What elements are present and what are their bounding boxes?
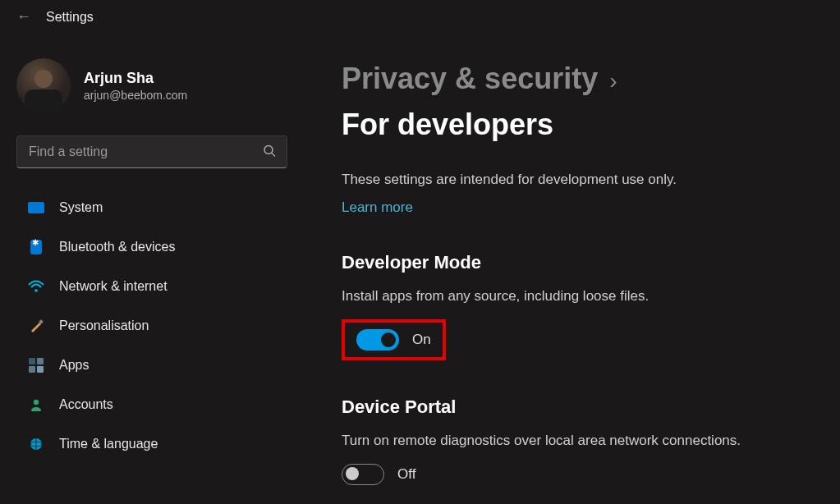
back-arrow-icon[interactable]: ← xyxy=(16,8,31,25)
avatar xyxy=(16,58,71,112)
sidebar-item-bluetooth[interactable]: Bluetooth & devices xyxy=(16,229,287,265)
learn-more-link[interactable]: Learn more xyxy=(342,199,413,216)
person-icon xyxy=(28,396,44,413)
sidebar-item-time-language[interactable]: Time & language xyxy=(16,426,287,462)
sidebar-item-label: Apps xyxy=(59,358,89,373)
toggle-knob xyxy=(346,467,359,480)
wifi-icon xyxy=(28,278,44,295)
profile-name: Arjun Sha xyxy=(84,70,187,87)
page-subtitle: These settings are intended for developm… xyxy=(342,172,791,188)
developer-mode-heading: Developer Mode xyxy=(342,252,791,273)
nav-list: System Bluetooth & devices Network & int… xyxy=(16,190,287,462)
main-content: Privacy & security › For developers Thes… xyxy=(304,34,840,504)
bluetooth-icon xyxy=(28,239,44,255)
paintbrush-icon xyxy=(28,318,44,334)
sidebar-item-label: Accounts xyxy=(59,397,113,412)
search-box xyxy=(16,135,287,168)
sidebar-item-personalisation[interactable]: Personalisation xyxy=(16,308,287,344)
svg-point-2 xyxy=(34,289,38,292)
device-portal-toggle-label: Off xyxy=(397,466,415,483)
breadcrumb-current: For developers xyxy=(342,108,553,142)
developer-mode-toggle-label: On xyxy=(412,332,431,348)
search-icon xyxy=(263,144,276,160)
apps-icon xyxy=(28,357,44,373)
sidebar-item-label: System xyxy=(59,200,103,215)
device-portal-heading: Device Portal xyxy=(342,396,791,418)
sidebar-item-network[interactable]: Network & internet xyxy=(16,268,287,305)
sidebar-item-accounts[interactable]: Accounts xyxy=(16,387,287,423)
profile-block[interactable]: Arjun Sha arjun@beebom.com xyxy=(16,58,287,112)
developer-mode-toggle[interactable] xyxy=(356,329,399,351)
svg-point-0 xyxy=(264,146,273,154)
sidebar-item-label: Network & internet xyxy=(59,279,168,294)
sidebar-item-label: Time & language xyxy=(59,437,158,451)
breadcrumb: Privacy & security › For developers xyxy=(342,62,791,142)
svg-line-1 xyxy=(272,153,275,157)
highlight-annotation: On xyxy=(342,319,446,360)
sidebar-item-system[interactable]: System xyxy=(16,190,287,226)
globe-icon xyxy=(28,436,44,452)
svg-point-4 xyxy=(34,400,39,405)
sidebar: Arjun Sha arjun@beebom.com System Blueto… xyxy=(0,34,304,504)
device-portal-desc: Turn on remote diagnostics over local ar… xyxy=(342,433,791,449)
device-portal-toggle[interactable] xyxy=(342,464,384,485)
toggle-knob xyxy=(381,332,396,347)
sidebar-item-label: Personalisation xyxy=(59,318,149,333)
developer-mode-desc: Install apps from any source, including … xyxy=(342,288,791,305)
sidebar-item-apps[interactable]: Apps xyxy=(16,347,287,383)
search-input[interactable] xyxy=(16,135,287,168)
breadcrumb-parent[interactable]: Privacy & security xyxy=(342,62,598,96)
sidebar-item-label: Bluetooth & devices xyxy=(59,240,175,254)
profile-email: arjun@beebom.com xyxy=(84,89,187,102)
monitor-icon xyxy=(28,199,44,216)
app-title: Settings xyxy=(46,10,94,25)
chevron-right-icon: › xyxy=(609,68,617,94)
